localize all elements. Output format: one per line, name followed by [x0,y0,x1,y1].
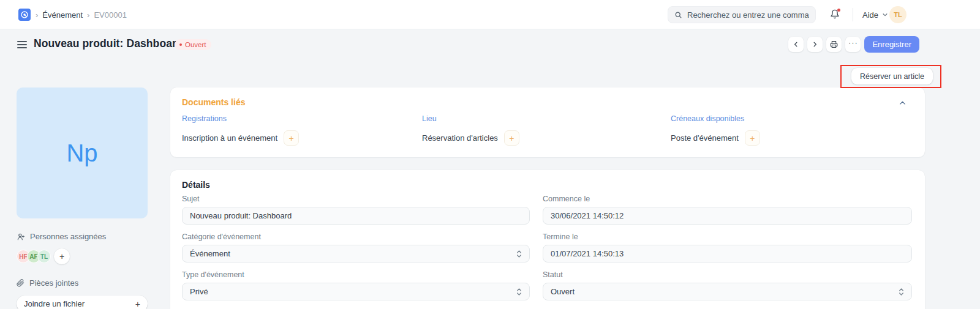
page-title: Nouveau produit: Dashboard [34,37,183,50]
top-navbar: › Événement › EV00001 Aide [0,0,980,29]
linked-group-registrations: Registrations Inscription à un événement… [182,114,299,146]
app-logo-icon[interactable] [18,9,31,21]
user-avatar-initials: TL [894,11,902,18]
select-value: Privé [190,287,208,296]
breadcrumb-separator: › [36,10,38,20]
assignee-avatars: HF AF TL + [17,248,148,264]
status-select[interactable]: Ouvert [543,283,912,300]
chevron-down-icon [882,12,888,18]
start-datetime-input[interactable] [551,211,904,220]
details-card: Détails Sujet Commence le Catégorie d'év… [170,170,925,309]
notification-dot [837,9,840,12]
add-linked-doc-button[interactable]: + [284,130,299,146]
assigned-to-section: Personnes assignées [17,232,148,241]
menu-hamburger-icon[interactable] [17,41,27,48]
field-label: Sujet [182,195,530,203]
status-dot-icon [179,43,182,46]
plus-icon: + [135,299,140,309]
help-label: Aide [862,10,878,20]
linked-doc-label[interactable]: Inscription à un événement [182,133,277,143]
field-label: Statut [543,270,912,279]
field-commence-le: Commence le [543,195,912,225]
next-record-button[interactable] [807,37,823,52]
sidebar: Np Personnes assignées HF AF TL + Pièces… [17,87,148,309]
print-button[interactable] [826,37,842,52]
linked-group-creneaux: Créneaux disponibles Poste d'événement + [671,114,760,146]
user-avatar[interactable]: TL [889,6,907,23]
document-image-initials: Np [66,140,97,167]
more-menu-button[interactable]: ··· [845,37,861,52]
linked-group-lieu: Lieu Réservation d'articles + [422,114,519,146]
linked-group-heading[interactable]: Lieu [422,114,519,123]
prev-record-button[interactable] [788,37,804,52]
event-category-select[interactable]: Événement [182,245,530,262]
search-icon [674,11,682,19]
breadcrumb: › Événement › EV00001 [36,0,127,29]
field-label: Catégorie d'événement [182,233,530,241]
select-value: Événement [190,249,230,258]
notifications-bell-icon[interactable] [830,9,841,20]
attach-file-button[interactable]: Joindre un fichier + [17,296,148,309]
field-label: Termine le [543,233,912,241]
assign-user-icon [17,233,25,241]
add-assignee-button[interactable]: + [54,248,70,264]
select-updown-icon [516,288,522,296]
reserve-item-button[interactable]: Réserver un article [851,68,933,84]
breadcrumb-separator: › [87,10,89,20]
breadcrumb-item-evenement[interactable]: Événement [42,10,83,20]
global-search[interactable] [668,6,816,23]
paperclip-icon [17,279,24,287]
select-updown-icon [516,250,522,258]
header-actions: ··· Enregistrer [788,36,919,53]
sujet-input[interactable] [190,211,522,220]
save-button[interactable]: Enregistrer [864,36,919,53]
navbar-divider [853,8,853,21]
page-header: Nouveau produit: Dashboard Ouvert ··· En… [0,29,980,59]
assignee-avatar[interactable]: TL [37,250,51,263]
field-termine-le: Termine le [543,233,912,262]
collapse-section-button[interactable] [897,98,908,110]
details-section-title: Détails [182,180,210,190]
add-linked-doc-button[interactable]: + [504,130,519,146]
attachments-section: Pièces jointes [17,278,148,288]
field-type-evenement: Type d'événement Privé [182,270,530,300]
details-form: Sujet Commence le Catégorie d'événement … [182,195,912,300]
status-badge: Ouvert [175,39,211,50]
event-type-select[interactable]: Privé [182,283,530,300]
breadcrumb-item-ev00001[interactable]: EV00001 [94,10,127,20]
linked-doc-label[interactable]: Réservation d'articles [422,133,498,143]
field-label: Type d'événement [182,270,530,279]
attach-file-label: Joindre un fichier [24,299,85,308]
field-statut: Statut Ouvert [543,270,912,300]
linked-doc-label[interactable]: Poste d'événement [671,133,739,143]
document-image-placeholder[interactable]: Np [17,87,148,218]
event-detail-page: › Événement › EV00001 Aide [0,0,980,309]
help-menu[interactable]: Aide [862,0,888,29]
add-linked-doc-button[interactable]: + [745,130,760,146]
field-label: Commence le [543,195,912,203]
field-categorie-evenement: Catégorie d'événement Événement [182,233,530,262]
select-value: Ouvert [551,287,575,296]
end-datetime-input[interactable] [551,249,904,258]
linked-group-heading[interactable]: Créneaux disponibles [671,114,760,123]
search-input[interactable] [687,10,809,20]
select-updown-icon [899,288,904,296]
linked-documents-card: Documents liés Registrations Inscription… [170,87,925,157]
linked-group-heading[interactable]: Registrations [182,114,299,123]
assigned-to-label: Personnes assignées [30,232,106,241]
status-badge-label: Ouvert [185,41,206,48]
linked-documents-title: Documents liés [182,97,245,107]
field-sujet: Sujet [182,195,530,225]
attachments-label: Pièces jointes [29,278,78,288]
